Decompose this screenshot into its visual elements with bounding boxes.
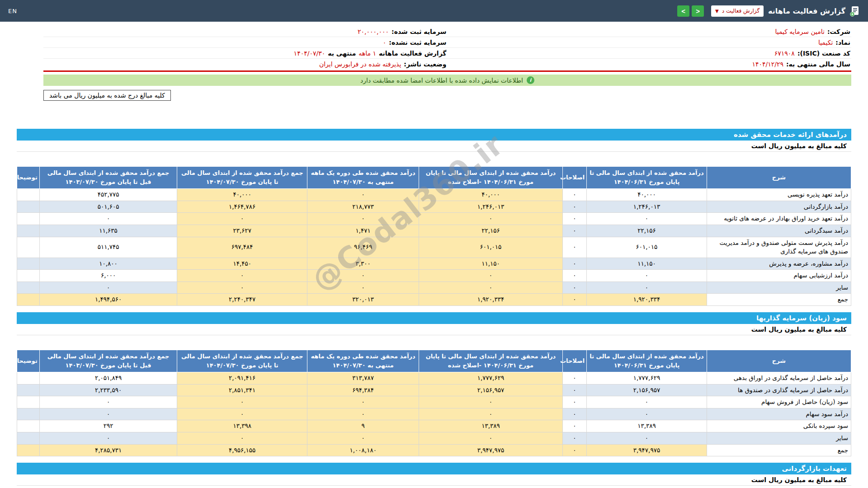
- table-row: سود سپرده بانکی۱۳,۳۸۹۰۱۳,۳۸۹۹۱۳,۳۹۸۲۹۲: [17, 420, 851, 432]
- column-header: توضیحات: [17, 350, 40, 372]
- cell-value: ۴,۹۵۶,۱۵۵: [177, 444, 307, 456]
- company-value[interactable]: تامین سرمایه کیمیا: [775, 28, 825, 35]
- cell-value: ۰: [587, 213, 707, 225]
- cell-value: ۰: [307, 396, 419, 408]
- row-label: درآمد تعهد پذیره نویسی: [707, 189, 851, 201]
- cell-value: ۴۰,۰۰۰: [419, 189, 562, 201]
- row-label: جمع: [707, 294, 851, 306]
- cell-value: ۶,۰۰۰: [39, 270, 177, 282]
- table-row: درآمد حاصل از سرمایه گذاری در صندوق ها۲,…: [17, 384, 851, 396]
- table-row: درآمد مشاوره، عرضه و پذیرش۱۱,۱۵۰۰۱۱,۱۵۰۳…: [17, 258, 851, 270]
- cell-value: ۰: [419, 432, 562, 445]
- nav-arrow-left-button[interactable]: <: [692, 5, 704, 17]
- signature-match-notice: i اطلاعات نمایش داده شده با اطلاعات امضا…: [43, 75, 851, 86]
- cell-value: ۰: [562, 444, 587, 456]
- cell-value: ۲۳,۶۲۷: [177, 225, 307, 237]
- cell-value: ۳۱۳,۷۸۷: [307, 372, 419, 385]
- company-info-grid: شرکت: تامین سرمایه کیمیا نماد: تکیمیا کد…: [43, 26, 851, 72]
- row-label: جمع: [707, 444, 851, 456]
- cell-value: ۱۱,۶۳۵: [39, 225, 177, 237]
- company-info-panel: شرکت: تامین سرمایه کیمیا نماد: تکیمیا کد…: [43, 26, 851, 101]
- table-row: سایر۰۰۰۰۰۰: [17, 282, 851, 294]
- registered-capital-value: ۲۰,۰۰۰,۰۰۰: [358, 28, 389, 35]
- cell-value: [17, 384, 40, 396]
- cell-value: ۱,۰۰۸,۱۸۰: [307, 444, 419, 456]
- cell-value: ۱۳,۳۸۹: [587, 420, 707, 432]
- isic-row: کد صنعت (ISIC): ۶۷۱۹۰۸: [448, 48, 852, 59]
- cell-value: ۰: [562, 408, 587, 420]
- cell-value: ۰: [307, 282, 419, 294]
- cell-value: ۰: [562, 372, 587, 385]
- investment-profit-table: شرحدرآمد محقق شده از ابتدای سال مالی تا …: [17, 350, 851, 456]
- row-label: درآمد حاصل از سرمایه گذاری در صندوق ها: [707, 384, 851, 396]
- cell-value: ۱,۹۲۰,۳۳۴: [419, 294, 562, 306]
- section-title-bar: درآمدهای ارائه خدمات محقق شده: [17, 129, 851, 141]
- cell-value: ۴۰,۰۰۰: [587, 189, 707, 201]
- section-unit-note: کلیه مبالغ به میلیون ریال است: [17, 141, 851, 152]
- cell-value: ۱۱,۱۵۰: [587, 258, 707, 270]
- column-header: درآمد محقق شده از ابتدای سال مالی تا پای…: [419, 350, 562, 372]
- cell-value: ۱۰,۸۰۰: [39, 258, 177, 270]
- section-market-making-commitments: تعهدات بازارگردانی کلیه مبالغ به میلیون …: [17, 463, 851, 486]
- cell-value: [17, 225, 40, 237]
- section-title-bar: سود (زیان) سرمایه گذاریها: [17, 312, 851, 324]
- cell-value: ۰: [419, 213, 562, 225]
- cell-value: ۱۴,۴۵۰: [177, 258, 307, 270]
- fiscal-year-end-label: سال مالی منتهی به:: [786, 61, 850, 68]
- section-service-income: درآمدهای ارائه خدمات محقق شده کلیه مبالغ…: [17, 129, 851, 306]
- cell-value: [17, 258, 40, 270]
- row-label: درآمد حاصل از سرمایه گذاری در اوراق بدهی: [707, 372, 851, 385]
- cell-value: [17, 420, 40, 432]
- cell-value: ۰: [177, 270, 307, 282]
- cell-value: ۰: [307, 213, 419, 225]
- registered-capital-row: سرمایه ثبت شده: ۲۰,۰۰۰,۰۰۰: [43, 26, 448, 37]
- cell-value: ۰: [587, 396, 707, 408]
- cell-value: ۰: [39, 213, 177, 225]
- cell-value: ۶۰۱,۰۱۵: [419, 237, 562, 258]
- cell-value: ۱,۷۷۷,۶۲۹: [587, 372, 707, 385]
- cell-value: ۰: [562, 396, 587, 408]
- cell-value: ۰: [587, 270, 707, 282]
- cell-value: ۱,۴۶۴,۷۸۶: [177, 201, 307, 213]
- unit-note-row: کلیه مبالغ درج شده به میلیون ریال می باش…: [43, 90, 851, 101]
- cell-value: ۰: [177, 282, 307, 294]
- cell-value: ۶۹۴,۳۸۴: [307, 384, 419, 396]
- symbol-label: نماد:: [835, 39, 850, 46]
- company-row: شرکت: تامین سرمایه کیمیا: [448, 26, 852, 37]
- cell-value: ۲,۱۵۶,۹۵۷: [587, 384, 707, 396]
- fiscal-year-end-value: ۱۴۰۴/۱۲/۲۹: [752, 61, 783, 68]
- info-col-right: شرکت: تامین سرمایه کیمیا نماد: تکیمیا کد…: [448, 26, 852, 70]
- cell-value: ۰: [562, 384, 587, 396]
- nav-arrow-right-button[interactable]: >: [677, 5, 689, 17]
- cell-value: ۰: [307, 270, 419, 282]
- cell-value: ۰: [587, 282, 707, 294]
- cell-value: ۰: [562, 201, 587, 213]
- cell-value: [17, 372, 40, 385]
- isic-label: کد صنعت (ISIC):: [797, 50, 850, 57]
- cell-value: ۰: [39, 282, 177, 294]
- chevron-down-icon: ▼: [715, 9, 719, 14]
- report-type-dropdown[interactable]: گزارش فعالیت د ▼: [711, 5, 764, 17]
- row-label: درآمد ارزشیابی سهام: [707, 270, 851, 282]
- cell-value: ۹۶,۴۶۹: [307, 237, 419, 258]
- cell-value: ۰: [587, 408, 707, 420]
- cell-value: ۰: [307, 432, 419, 445]
- column-header: اصلاحات: [562, 167, 587, 189]
- table-row: درآمد تعهد پذیره نویسی۴۰,۰۰۰۰۴۰,۰۰۰۰۴۰,۰…: [17, 189, 851, 201]
- language-toggle[interactable]: EN: [8, 8, 17, 14]
- cell-value: ۲,۸۵۱,۳۴۱: [177, 384, 307, 396]
- column-header: جمع درآمد محقق شده از ابتدای سال مالی قب…: [39, 167, 177, 189]
- report-period-label: گزارش فعالیت ماهانه: [379, 50, 447, 57]
- cell-value: ۰: [177, 396, 307, 408]
- cell-value: ۰: [562, 237, 587, 258]
- cell-value: [17, 201, 40, 213]
- isic-value: ۶۷۱۹۰۸: [774, 50, 795, 57]
- cell-value: ۰: [177, 432, 307, 445]
- cell-value: ۲۹۲: [39, 420, 177, 432]
- cell-value: ۰: [562, 258, 587, 270]
- cell-value: ۰: [307, 189, 419, 201]
- info-col-left: سرمایه ثبت شده: ۲۰,۰۰۰,۰۰۰ سرمایه ثبت نش…: [43, 26, 448, 70]
- cell-value: ۳۲۰,۰۱۳: [307, 294, 419, 306]
- report-period-value: ۱ ماهه: [359, 50, 376, 57]
- column-header: جمع درآمد محقق شده از ابتدای سال مالی قب…: [39, 350, 177, 372]
